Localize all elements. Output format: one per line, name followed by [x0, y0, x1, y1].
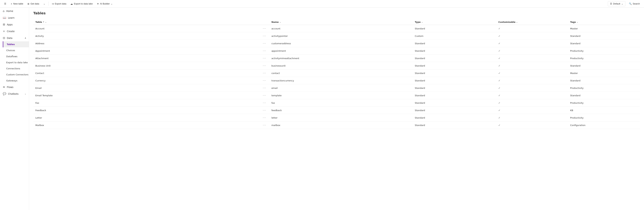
sidebar-item-label: Export to data lake — [6, 61, 28, 64]
row-more-button[interactable]: ··· — [262, 116, 267, 120]
cell-customizable: ✓ — [496, 77, 568, 84]
row-more-button[interactable]: ··· — [262, 86, 267, 90]
cell-customizable: ✓ — [496, 114, 568, 121]
cell-logical-name: account — [270, 25, 413, 32]
cell-dots: ··· — [260, 62, 269, 70]
cell-tags: Standard — [568, 92, 640, 99]
export-lake-label: Export to data lake — [74, 2, 92, 5]
cell-dots: ··· — [260, 47, 269, 55]
export-lake-button[interactable]: ☁ Export to data lake — [69, 1, 94, 6]
sidebar-item-label: Flows — [7, 86, 13, 89]
row-more-button[interactable]: ··· — [262, 79, 267, 83]
sidebar-item-learn[interactable]: 📖 Learn — [0, 14, 29, 21]
cell-type: Standard — [413, 99, 496, 107]
table-body: Account···accountStandard✓MasterActivity… — [33, 25, 640, 129]
chevron-down-icon: ⌄ — [43, 2, 45, 5]
th-tags[interactable]: Tags ⌄ — [568, 19, 640, 25]
cell-type: Standard — [413, 70, 496, 77]
sidebar-item-tables[interactable]: Tables — [3, 41, 29, 47]
name-sort-icon: ⌄ — [280, 21, 281, 23]
row-more-button[interactable]: ··· — [262, 71, 267, 75]
sidebar-item-label: Choices — [6, 49, 15, 52]
sidebar-item-apps[interactable]: ⊞ Apps — [0, 21, 29, 28]
sidebar-item-home[interactable]: ⌂ Home — [0, 7, 29, 14]
th-type[interactable]: Type ⌄ — [413, 19, 496, 25]
cell-logical-name: activitypointer — [270, 32, 413, 40]
sidebar-sub-data: Tables Choices Dataflows Export to data … — [0, 41, 29, 84]
cell-tags: Productivity — [568, 84, 640, 92]
row-more-button[interactable]: ··· — [262, 41, 267, 45]
sidebar-item-custom-connectors[interactable]: Custom Connectors — [3, 72, 29, 78]
th-table[interactable]: Table ↑ ⌄ — [33, 19, 260, 25]
check-icon: ✓ — [498, 27, 500, 30]
check-icon: ✓ — [498, 35, 500, 37]
hamburger-icon: ☰ — [4, 2, 6, 5]
cell-table-name: Activity — [33, 32, 260, 40]
cell-table-name: Contact — [33, 70, 260, 77]
row-more-button[interactable]: ··· — [262, 108, 267, 112]
cell-dots: ··· — [260, 55, 269, 62]
table-row: Fax···faxStandard✓Productivity — [33, 99, 640, 107]
new-table-icon: + — [11, 2, 12, 5]
row-more-button[interactable]: ··· — [262, 49, 267, 53]
th-name[interactable]: Name ⌄ — [270, 19, 413, 25]
cell-dots: ··· — [260, 84, 269, 92]
row-more-button[interactable]: ··· — [262, 64, 267, 68]
cell-type: Standard — [413, 25, 496, 32]
row-more-button[interactable]: ··· — [262, 94, 267, 97]
row-more-button[interactable]: ··· — [262, 101, 267, 105]
cell-dots: ··· — [260, 121, 269, 129]
cell-logical-name: fax — [270, 99, 413, 107]
dropdown-button[interactable]: ⌄ — [42, 1, 47, 6]
default-view-button[interactable]: ☰ Default ⌄ — [608, 1, 626, 6]
row-more-button[interactable]: ··· — [262, 123, 267, 127]
row-more-button[interactable]: ··· — [262, 27, 267, 30]
cell-tags: Productivity — [568, 47, 640, 55]
cell-type: Standard — [413, 84, 496, 92]
main-layout: ⌂ Home 📖 Learn ⊞ Apps + Create ⊟ Data ∧ … — [0, 7, 644, 210]
data-icon: ⊟ — [3, 36, 5, 40]
row-more-button[interactable]: ··· — [262, 56, 267, 60]
cell-tags: Standard — [568, 77, 640, 84]
new-table-button[interactable]: + New table — [9, 1, 25, 6]
cell-tags: Configuration — [568, 121, 640, 129]
get-data-button[interactable]: ⊛ Get data — [26, 1, 41, 6]
sidebar-item-create[interactable]: + Create — [0, 28, 29, 35]
th-dots — [260, 19, 269, 25]
cell-customizable: ✓ — [496, 70, 568, 77]
sidebar-item-label: Connections — [6, 67, 20, 70]
check-icon: ✓ — [498, 109, 500, 112]
sidebar-item-dataflows[interactable]: Dataflows — [3, 53, 29, 59]
menu-toggle-button[interactable]: ☰ — [2, 1, 8, 7]
sidebar-item-label: Dataflows — [6, 55, 18, 58]
cell-tags: Standard — [568, 62, 640, 70]
sidebar-item-connections[interactable]: Connections — [3, 66, 29, 72]
search-label: Search — [633, 2, 640, 5]
cell-customizable: ✓ — [496, 25, 568, 32]
check-icon: ✓ — [498, 116, 500, 119]
cell-type: Custom — [413, 32, 496, 40]
check-icon: ✓ — [498, 49, 500, 52]
sidebar-section-data[interactable]: ⊟ Data ∧ — [0, 35, 29, 41]
export-data-button[interactable]: ⇥ Export data — [50, 1, 68, 6]
table-row: Appointment···appointmentStandard✓Produc… — [33, 47, 640, 55]
search-button[interactable]: 🔍 Search — [627, 1, 642, 6]
cell-table-name: Currency — [33, 77, 260, 84]
check-icon: ✓ — [498, 102, 500, 104]
cell-customizable: ✓ — [496, 55, 568, 62]
cell-customizable: ✓ — [496, 62, 568, 70]
ai-builder-button[interactable]: ✦ AI Builder ⌄ — [95, 1, 114, 6]
sidebar-item-gateways[interactable]: Gateways — [3, 78, 29, 84]
sidebar-item-flows[interactable]: ≋ Flows — [0, 84, 29, 90]
table-sort-desc-icon: ⌄ — [45, 21, 47, 23]
sidebar-item-chatbots[interactable]: 💬 Chatbots ⌄ — [0, 90, 29, 97]
sidebar-item-choices[interactable]: Choices — [3, 47, 29, 53]
get-data-icon: ⊛ — [28, 2, 30, 5]
th-customizable[interactable]: Customizable ⌄ — [496, 19, 568, 25]
cell-tags: Productivity — [568, 114, 640, 121]
sidebar-item-export-data-lake[interactable]: Export to data lake — [3, 59, 29, 66]
toolbar: ☰ + New table ⊛ Get data ⌄ ⇥ Export data… — [0, 0, 644, 7]
sidebar-item-label: Apps — [7, 23, 12, 26]
row-more-button[interactable]: ··· — [262, 34, 267, 38]
export-lake-icon: ☁ — [70, 2, 73, 5]
